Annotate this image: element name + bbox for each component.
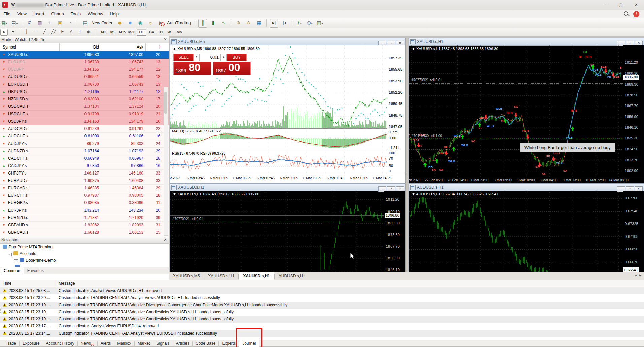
signals-icon[interactable]: ◉ <box>136 19 144 27</box>
terminal-tab-exposure[interactable]: Exposure <box>20 340 43 347</box>
navigator-item-accounts[interactable]: -Accounts <box>0 250 169 257</box>
text-label-icon[interactable]: T <box>77 29 83 35</box>
sell-button[interactable]: SELL <box>173 54 194 61</box>
symbol-row-eurcad.s[interactable]: ▼EURCAD.s1.463351.4636429 <box>0 185 169 192</box>
symbol-row-audchf.s[interactable]: ▲AUDCHF.s0.610900.6110616 <box>0 133 169 140</box>
symbol-row-gbpusd.s[interactable]: ▲GBPUSD.s1.211651.2117712 <box>0 88 169 96</box>
search-icon[interactable] <box>624 11 629 17</box>
symbol-row-eurchf.s[interactable]: ▼EURCHF.s0.979870.9800518 <box>0 192 169 199</box>
symbol-row-audcad.s[interactable]: ▼AUDCAD.s0.912390.9126122 <box>0 125 169 133</box>
menu-insert[interactable]: Insert <box>30 10 48 18</box>
buy-button[interactable]: BUY <box>227 54 247 61</box>
menu-window[interactable]: Window <box>84 10 106 18</box>
symbol-row-eurnzd.s[interactable]: ▼EURNZD.s1.718811.7192039 <box>0 214 169 222</box>
chart-window-xauusd-m5[interactable]: XAUUSD.s,M5 ─▫✕ SELL ▼ 0.01 ▲ BUY 189680 <box>170 38 405 183</box>
chart-tab-2[interactable]: XAUUSD.s,H1 <box>239 272 274 280</box>
periods-icon[interactable]: ◷▾ <box>306 19 314 27</box>
terminal-tab-account-history[interactable]: Account History <box>43 340 77 347</box>
volume-increase-stepper[interactable]: ▲ <box>221 54 227 61</box>
terminal-tab-alerts[interactable]: Alerts <box>98 340 114 347</box>
timeframe-d1[interactable]: D1 <box>156 29 165 35</box>
terminal-toggle-icon[interactable]: ▣ <box>56 19 64 27</box>
tree-expander-icon[interactable]: + <box>14 259 18 263</box>
chart-shift-icon[interactable]: |◂ <box>280 19 289 27</box>
timeframe-m15[interactable]: M15 <box>118 29 127 35</box>
new-chart-icon[interactable]: ▦▾ <box>0 19 8 27</box>
close-button[interactable]: ✕ <box>629 0 644 10</box>
chart-canvas-audusd-h1[interactable]: 0.677600.675400.673250.671050.668900.666… <box>409 191 644 272</box>
symbol-row-cadchf.s[interactable]: ▲CADCHF.s0.669490.6696718 <box>0 155 169 162</box>
timeframe-m5[interactable]: M5 <box>108 29 117 35</box>
menu-tools[interactable]: Tools <box>67 10 84 18</box>
chart-tab-scroll-arrows[interactable]: ◄ ► <box>634 273 642 277</box>
market-watch-scrollbar[interactable] <box>164 87 168 236</box>
symbol-row-usdjpy[interactable]: ▼USDJPY134.165134.17712 <box>0 66 169 73</box>
autotrading-button[interactable]: AutoTrading <box>167 18 191 28</box>
text-tool-icon[interactable]: A <box>68 29 75 35</box>
symbol-row-eurusd[interactable]: ▼EURUSD1.067301.0674313 <box>0 59 169 66</box>
timeframe-w1[interactable]: W1 <box>166 29 174 35</box>
terminal-tab-code-base[interactable]: Code Base <box>193 340 218 347</box>
autotrading-icon[interactable]: ▶ <box>157 19 165 27</box>
symbol-row-gbpaud.s[interactable]: ▼GBPAUD.s1.820621.8209331 <box>0 222 169 229</box>
auto-scroll-icon[interactable]: ▸| <box>270 19 278 28</box>
market-watch-close-icon[interactable]: ✕ <box>163 37 168 42</box>
indicators-icon[interactable]: ƒ▾ <box>295 19 303 27</box>
chart-window-xauusd-h1-plain[interactable]: XAUUSD.s,H1 ─▫✕ #70770021 sell 0.011911.… <box>170 183 405 272</box>
terminal-tab-experts[interactable]: Experts <box>219 340 239 347</box>
navigator-tab-favorites[interactable]: Favorites <box>24 267 47 274</box>
tree-expander-icon[interactable]: - <box>8 253 12 256</box>
chart-tab-1[interactable]: XAUUSD.s,H1 <box>204 272 238 280</box>
bar-chart-icon[interactable]: ║ <box>198 19 207 28</box>
timeframe-m1[interactable]: M1 <box>99 29 108 35</box>
menu-help[interactable]: Help <box>106 10 122 18</box>
menu-charts[interactable]: Charts <box>47 10 67 18</box>
timeframe-m30[interactable]: M30 <box>127 29 136 35</box>
chart-tab-0[interactable]: XAUUSD.s,M5 <box>169 272 204 280</box>
timeframe-h4[interactable]: H4 <box>147 29 156 35</box>
terminal-tab-journal[interactable]: Journal <box>239 339 259 347</box>
trendline-icon[interactable]: ╱ <box>41 29 48 35</box>
symbol-row-gbpcad.s[interactable]: ▼GBPCAD.s1.661281.6615325 <box>0 229 169 236</box>
crosshair-tool-icon[interactable]: + <box>10 29 16 35</box>
zoom-out-icon[interactable]: ⊖ <box>245 19 253 27</box>
column-header-ask[interactable]: Ask <box>101 43 143 51</box>
chart-window-titlebar[interactable]: XAUUSD.s,H1 ─▫✕ <box>409 38 644 46</box>
symbol-row-eurjpy.s[interactable]: ▲EURJPY.s143.214143.23420 <box>0 207 169 214</box>
symbol-row-eurgbp.s[interactable]: ▼EURGBP.s0.880850.8809611 <box>0 199 169 207</box>
new-order-button[interactable]: New Order <box>92 18 113 28</box>
data-window-icon[interactable]: ▥ <box>36 19 44 27</box>
market-watch-toggle-icon[interactable]: ⇵ <box>25 19 33 27</box>
candlestick-chart-icon[interactable]: ▮ <box>209 19 217 27</box>
strategy-tester-icon[interactable]: ◔ <box>66 19 74 27</box>
community-icon[interactable]: ☻ <box>126 19 134 27</box>
sell-price-box[interactable]: 189680 <box>173 62 211 75</box>
cursor-tool-icon[interactable]: ➤ <box>0 29 8 36</box>
chart-window-xauusd-h1-annotated[interactable]: XAUUSD.s,H1 ─▫✕ SXTSSBLBHRSXSXBLBHITLWLB… <box>409 38 644 183</box>
navigator-item-doo-prime-mt4-terminal[interactable]: Doo Prime MT4 Terminal <box>0 244 169 250</box>
services-icon[interactable]: ☼ <box>146 19 155 27</box>
metaeditor-icon[interactable]: ◆ <box>116 19 124 27</box>
timeframe-mn[interactable]: MN <box>175 29 184 35</box>
terminal-tab-mailbox[interactable]: Mailbox <box>114 340 134 347</box>
terminal-tab-news[interactable]: News99 <box>78 340 97 347</box>
symbol-row-audusd.s[interactable]: ▼AUDUSD.s0.665410.6655918 <box>0 73 169 81</box>
volume-field[interactable]: 0.01 <box>200 54 221 61</box>
chart-tab-3[interactable]: AUDUSD.s,H1 <box>275 272 309 280</box>
symbol-row-audjpy.s[interactable]: ▼AUDJPY.s89.27989.30324 <box>0 140 169 148</box>
navigator-tab-common[interactable]: Common <box>0 267 24 274</box>
symbol-row-eurusd.s[interactable]: ▼EURUSD.s1.067301.0674313 <box>0 81 169 88</box>
menu-file[interactable]: File <box>0 10 14 18</box>
horizontal-line-icon[interactable]: ─ <box>32 29 39 35</box>
templates-icon[interactable]: ▨▾ <box>316 19 324 27</box>
fibonacci-icon[interactable]: F <box>59 29 66 35</box>
maximize-button[interactable]: ▢ <box>613 0 629 10</box>
chart-window-titlebar[interactable]: XAUUSD.s,H1 ─▫✕ <box>170 184 405 191</box>
column-header-bid[interactable]: Bid <box>59 43 99 51</box>
navigator-close-icon[interactable]: ✕ <box>163 238 168 242</box>
buy-price-box[interactable]: 189700 <box>213 62 251 75</box>
symbol-row-xauusd.s[interactable]: ▼XAUUSD.s1896.801897.0020 <box>0 51 169 59</box>
terminal-tab-market[interactable]: Market <box>135 340 153 347</box>
terminal-tab-articles[interactable]: Articles <box>173 340 192 347</box>
terminal-tab-trade[interactable]: Trade <box>3 340 19 347</box>
